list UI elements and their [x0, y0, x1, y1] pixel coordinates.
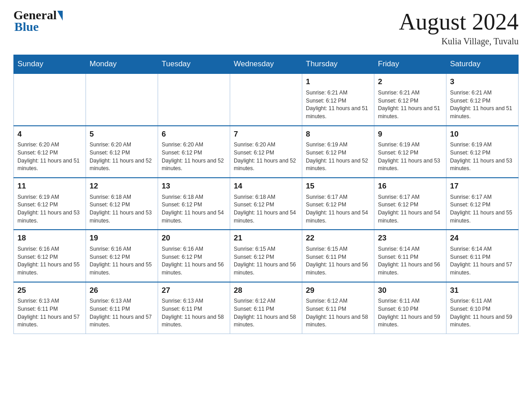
day-number: 23: [378, 233, 442, 244]
day-info: Sunrise: 6:14 AMSunset: 6:11 PMDaylight:…: [378, 245, 442, 277]
calendar-cell: [86, 73, 158, 125]
day-number: 13: [162, 181, 226, 192]
day-number: 18: [17, 233, 82, 244]
day-info: Sunrise: 6:21 AMSunset: 6:12 PMDaylight:…: [306, 89, 370, 121]
calendar-cell: 24Sunrise: 6:14 AMSunset: 6:11 PMDayligh…: [446, 230, 519, 282]
calendar-cell: 25Sunrise: 6:13 AMSunset: 6:11 PMDayligh…: [14, 282, 86, 334]
calendar-cell: 26Sunrise: 6:13 AMSunset: 6:11 PMDayligh…: [86, 282, 158, 334]
calendar-cell: [158, 73, 230, 125]
day-number: 28: [234, 285, 298, 296]
day-number: 20: [162, 233, 226, 244]
day-info: Sunrise: 6:20 AMSunset: 6:12 PMDaylight:…: [17, 141, 82, 173]
calendar-cell: 28Sunrise: 6:12 AMSunset: 6:11 PMDayligh…: [230, 282, 302, 334]
calendar-cell: 13Sunrise: 6:18 AMSunset: 6:12 PMDayligh…: [158, 178, 230, 230]
day-info: Sunrise: 6:13 AMSunset: 6:11 PMDaylight:…: [90, 297, 154, 329]
location-title: Kulia Village, Tuvalu: [399, 36, 519, 47]
weekday-header-sunday: Sunday: [14, 55, 86, 74]
calendar-cell: [230, 73, 302, 125]
weekday-header-friday: Friday: [374, 55, 446, 74]
calendar-cell: 21Sunrise: 6:15 AMSunset: 6:12 PMDayligh…: [230, 230, 302, 282]
day-info: Sunrise: 6:17 AMSunset: 6:12 PMDaylight:…: [378, 193, 442, 225]
day-info: Sunrise: 6:18 AMSunset: 6:12 PMDaylight:…: [234, 193, 298, 225]
day-info: Sunrise: 6:19 AMSunset: 6:12 PMDaylight:…: [17, 193, 82, 225]
calendar-cell: 31Sunrise: 6:11 AMSunset: 6:10 PMDayligh…: [446, 282, 519, 334]
day-info: Sunrise: 6:21 AMSunset: 6:12 PMDaylight:…: [450, 89, 515, 121]
day-number: 17: [450, 181, 515, 192]
day-info: Sunrise: 6:13 AMSunset: 6:11 PMDaylight:…: [162, 297, 226, 329]
logo: General Blue: [13, 9, 63, 33]
day-number: 22: [306, 233, 370, 244]
day-info: Sunrise: 6:14 AMSunset: 6:11 PMDaylight:…: [450, 245, 515, 277]
day-info: Sunrise: 6:16 AMSunset: 6:12 PMDaylight:…: [17, 245, 82, 277]
day-info: Sunrise: 6:19 AMSunset: 6:12 PMDaylight:…: [450, 141, 515, 173]
calendar-cell: 30Sunrise: 6:11 AMSunset: 6:10 PMDayligh…: [374, 282, 446, 334]
calendar-cell: 16Sunrise: 6:17 AMSunset: 6:12 PMDayligh…: [374, 178, 446, 230]
day-number: 5: [90, 129, 154, 140]
week-row-4: 18Sunrise: 6:16 AMSunset: 6:12 PMDayligh…: [14, 230, 519, 282]
day-number: 12: [90, 181, 154, 192]
day-number: 2: [378, 77, 442, 88]
day-number: 4: [17, 129, 82, 140]
day-number: 30: [378, 285, 442, 296]
calendar-cell: 2Sunrise: 6:21 AMSunset: 6:12 PMDaylight…: [374, 73, 446, 125]
day-number: 11: [17, 181, 82, 192]
calendar-cell: 22Sunrise: 6:15 AMSunset: 6:11 PMDayligh…: [302, 230, 374, 282]
logo-blue-text: Blue: [13, 21, 63, 33]
day-info: Sunrise: 6:17 AMSunset: 6:12 PMDaylight:…: [306, 193, 370, 225]
calendar-cell: 20Sunrise: 6:16 AMSunset: 6:12 PMDayligh…: [158, 230, 230, 282]
day-info: Sunrise: 6:18 AMSunset: 6:12 PMDaylight:…: [162, 193, 226, 225]
day-number: 3: [450, 77, 515, 88]
calendar-cell: [14, 73, 86, 125]
day-number: 29: [306, 285, 370, 296]
calendar-cell: 3Sunrise: 6:21 AMSunset: 6:12 PMDaylight…: [446, 73, 519, 125]
weekday-header-thursday: Thursday: [302, 55, 374, 74]
week-row-2: 4Sunrise: 6:20 AMSunset: 6:12 PMDaylight…: [14, 126, 519, 178]
title-block: August 2024 Kulia Village, Tuvalu: [399, 9, 519, 47]
calendar-cell: 19Sunrise: 6:16 AMSunset: 6:12 PMDayligh…: [86, 230, 158, 282]
day-number: 24: [450, 233, 515, 244]
day-info: Sunrise: 6:19 AMSunset: 6:12 PMDaylight:…: [306, 141, 370, 173]
day-info: Sunrise: 6:15 AMSunset: 6:12 PMDaylight:…: [234, 245, 298, 277]
day-number: 7: [234, 129, 298, 140]
calendar-cell: 15Sunrise: 6:17 AMSunset: 6:12 PMDayligh…: [302, 178, 374, 230]
calendar-cell: 7Sunrise: 6:20 AMSunset: 6:12 PMDaylight…: [230, 126, 302, 178]
weekday-header-monday: Monday: [86, 55, 158, 74]
calendar-cell: 10Sunrise: 6:19 AMSunset: 6:12 PMDayligh…: [446, 126, 519, 178]
day-info: Sunrise: 6:20 AMSunset: 6:12 PMDaylight:…: [162, 141, 226, 173]
calendar-cell: 12Sunrise: 6:18 AMSunset: 6:12 PMDayligh…: [86, 178, 158, 230]
page-header: General Blue August 2024 Kulia Village, …: [13, 9, 519, 47]
day-info: Sunrise: 6:16 AMSunset: 6:12 PMDaylight:…: [90, 245, 154, 277]
day-number: 19: [90, 233, 154, 244]
day-number: 16: [378, 181, 442, 192]
day-number: 15: [306, 181, 370, 192]
day-info: Sunrise: 6:20 AMSunset: 6:12 PMDaylight:…: [90, 141, 154, 173]
calendar-cell: 5Sunrise: 6:20 AMSunset: 6:12 PMDaylight…: [86, 126, 158, 178]
day-info: Sunrise: 6:11 AMSunset: 6:10 PMDaylight:…: [450, 297, 515, 329]
day-info: Sunrise: 6:12 AMSunset: 6:11 PMDaylight:…: [234, 297, 298, 329]
day-number: 14: [234, 181, 298, 192]
logo-triangle-icon: [57, 11, 63, 21]
day-number: 26: [90, 285, 154, 296]
calendar-cell: 18Sunrise: 6:16 AMSunset: 6:12 PMDayligh…: [14, 230, 86, 282]
weekday-header-saturday: Saturday: [446, 55, 519, 74]
day-info: Sunrise: 6:19 AMSunset: 6:12 PMDaylight:…: [378, 141, 442, 173]
calendar-cell: 17Sunrise: 6:17 AMSunset: 6:12 PMDayligh…: [446, 178, 519, 230]
day-info: Sunrise: 6:12 AMSunset: 6:11 PMDaylight:…: [306, 297, 370, 329]
week-row-1: 1Sunrise: 6:21 AMSunset: 6:12 PMDaylight…: [14, 73, 519, 125]
calendar-cell: 9Sunrise: 6:19 AMSunset: 6:12 PMDaylight…: [374, 126, 446, 178]
calendar-cell: 1Sunrise: 6:21 AMSunset: 6:12 PMDaylight…: [302, 73, 374, 125]
day-info: Sunrise: 6:21 AMSunset: 6:12 PMDaylight:…: [378, 89, 442, 121]
calendar-cell: 8Sunrise: 6:19 AMSunset: 6:12 PMDaylight…: [302, 126, 374, 178]
week-row-3: 11Sunrise: 6:19 AMSunset: 6:12 PMDayligh…: [14, 178, 519, 230]
calendar-cell: 6Sunrise: 6:20 AMSunset: 6:12 PMDaylight…: [158, 126, 230, 178]
calendar-cell: 23Sunrise: 6:14 AMSunset: 6:11 PMDayligh…: [374, 230, 446, 282]
day-info: Sunrise: 6:16 AMSunset: 6:12 PMDaylight:…: [162, 245, 226, 277]
weekday-header-wednesday: Wednesday: [230, 55, 302, 74]
day-number: 27: [162, 285, 226, 296]
calendar-cell: 29Sunrise: 6:12 AMSunset: 6:11 PMDayligh…: [302, 282, 374, 334]
day-number: 25: [17, 285, 82, 296]
day-info: Sunrise: 6:11 AMSunset: 6:10 PMDaylight:…: [378, 297, 442, 329]
day-info: Sunrise: 6:20 AMSunset: 6:12 PMDaylight:…: [234, 141, 298, 173]
calendar-table: SundayMondayTuesdayWednesdayThursdayFrid…: [13, 55, 519, 334]
day-info: Sunrise: 6:15 AMSunset: 6:11 PMDaylight:…: [306, 245, 370, 277]
